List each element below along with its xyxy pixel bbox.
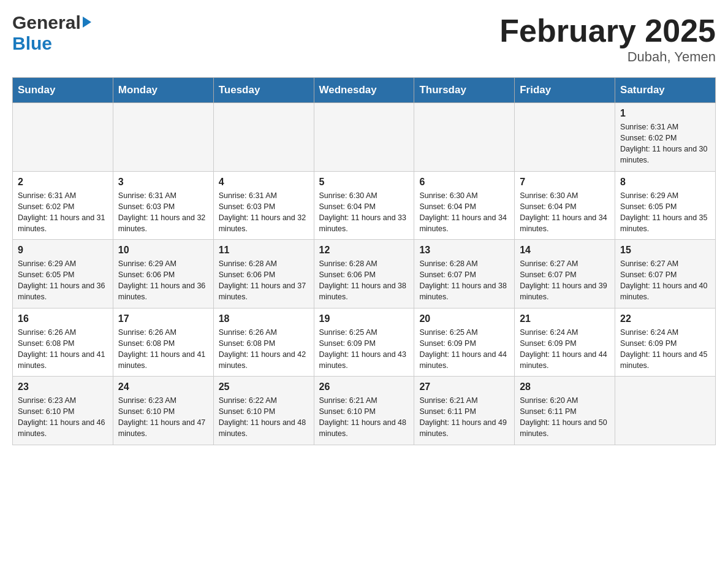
calendar-cell: 1Sunrise: 6:31 AM Sunset: 6:02 PM Daylig…: [615, 103, 716, 172]
day-sun-info: Sunrise: 6:24 AM Sunset: 6:09 PM Dayligh…: [520, 327, 610, 372]
calendar-cell: 16Sunrise: 6:26 AM Sunset: 6:08 PM Dayli…: [13, 308, 113, 377]
day-number: 13: [419, 245, 509, 256]
calendar-cell: 26Sunrise: 6:21 AM Sunset: 6:10 PM Dayli…: [314, 377, 414, 445]
day-number: 9: [18, 245, 108, 256]
calendar-subtitle: Dubah, Yemen: [499, 49, 716, 65]
day-sun-info: Sunrise: 6:28 AM Sunset: 6:06 PM Dayligh…: [319, 258, 409, 303]
calendar-cell: [113, 103, 213, 172]
calendar-header-row: Sunday Monday Tuesday Wednesday Thursday…: [13, 78, 716, 103]
calendar-cell: [314, 103, 414, 172]
day-sun-info: Sunrise: 6:28 AM Sunset: 6:06 PM Dayligh…: [219, 258, 309, 303]
calendar-cell: 23Sunrise: 6:23 AM Sunset: 6:10 PM Dayli…: [13, 377, 113, 445]
calendar-week-row: 16Sunrise: 6:26 AM Sunset: 6:08 PM Dayli…: [13, 308, 716, 377]
col-wednesday: Wednesday: [314, 78, 414, 103]
day-number: 11: [219, 245, 309, 256]
day-sun-info: Sunrise: 6:31 AM Sunset: 6:03 PM Dayligh…: [118, 190, 208, 235]
calendar-cell: 24Sunrise: 6:23 AM Sunset: 6:10 PM Dayli…: [113, 377, 213, 445]
day-number: 3: [118, 177, 208, 188]
day-sun-info: Sunrise: 6:27 AM Sunset: 6:07 PM Dayligh…: [620, 258, 710, 303]
day-sun-info: Sunrise: 6:21 AM Sunset: 6:11 PM Dayligh…: [419, 395, 509, 440]
calendar-cell: 7Sunrise: 6:30 AM Sunset: 6:04 PM Daylig…: [515, 171, 615, 240]
day-number: 7: [520, 177, 610, 188]
day-number: 17: [118, 313, 208, 324]
logo-blue-text: Blue: [12, 33, 52, 53]
calendar-week-row: 1Sunrise: 6:31 AM Sunset: 6:02 PM Daylig…: [13, 103, 716, 172]
calendar-cell: 5Sunrise: 6:30 AM Sunset: 6:04 PM Daylig…: [314, 171, 414, 240]
day-sun-info: Sunrise: 6:22 AM Sunset: 6:10 PM Dayligh…: [219, 395, 309, 440]
calendar-cell: 9Sunrise: 6:29 AM Sunset: 6:05 PM Daylig…: [13, 240, 113, 308]
day-number: 15: [620, 245, 710, 256]
col-sunday: Sunday: [13, 78, 113, 103]
calendar-cell: 18Sunrise: 6:26 AM Sunset: 6:08 PM Dayli…: [213, 308, 314, 377]
day-number: 28: [520, 381, 610, 393]
col-friday: Friday: [515, 78, 615, 103]
calendar-week-row: 23Sunrise: 6:23 AM Sunset: 6:10 PM Dayli…: [13, 377, 716, 445]
day-sun-info: Sunrise: 6:29 AM Sunset: 6:05 PM Dayligh…: [620, 190, 710, 235]
day-sun-info: Sunrise: 6:25 AM Sunset: 6:09 PM Dayligh…: [419, 327, 509, 372]
col-thursday: Thursday: [414, 78, 515, 103]
calendar-title: February 2025: [499, 12, 716, 49]
calendar-cell: 17Sunrise: 6:26 AM Sunset: 6:08 PM Dayli…: [113, 308, 213, 377]
day-number: 26: [319, 381, 409, 393]
day-sun-info: Sunrise: 6:25 AM Sunset: 6:09 PM Dayligh…: [319, 327, 409, 372]
day-sun-info: Sunrise: 6:31 AM Sunset: 6:03 PM Dayligh…: [219, 190, 309, 235]
calendar-cell: 2Sunrise: 6:31 AM Sunset: 6:02 PM Daylig…: [13, 171, 113, 240]
calendar-week-row: 9Sunrise: 6:29 AM Sunset: 6:05 PM Daylig…: [13, 240, 716, 308]
day-number: 5: [319, 177, 409, 188]
day-number: 16: [18, 313, 108, 324]
day-number: 4: [219, 177, 309, 188]
day-sun-info: Sunrise: 6:29 AM Sunset: 6:06 PM Dayligh…: [118, 258, 208, 303]
day-number: 23: [18, 381, 108, 393]
calendar-cell: 20Sunrise: 6:25 AM Sunset: 6:09 PM Dayli…: [414, 308, 515, 377]
calendar-cell: 4Sunrise: 6:31 AM Sunset: 6:03 PM Daylig…: [213, 171, 314, 240]
day-number: 10: [118, 245, 208, 256]
day-number: 1: [620, 108, 710, 119]
calendar-cell: 27Sunrise: 6:21 AM Sunset: 6:11 PM Dayli…: [414, 377, 515, 445]
calendar-cell: 21Sunrise: 6:24 AM Sunset: 6:09 PM Dayli…: [515, 308, 615, 377]
day-number: 24: [118, 381, 208, 393]
calendar-cell: 12Sunrise: 6:28 AM Sunset: 6:06 PM Dayli…: [314, 240, 414, 308]
day-number: 2: [18, 177, 108, 188]
day-sun-info: Sunrise: 6:27 AM Sunset: 6:07 PM Dayligh…: [520, 258, 610, 303]
day-sun-info: Sunrise: 6:24 AM Sunset: 6:09 PM Dayligh…: [620, 327, 710, 372]
calendar-cell: 10Sunrise: 6:29 AM Sunset: 6:06 PM Dayli…: [113, 240, 213, 308]
day-sun-info: Sunrise: 6:31 AM Sunset: 6:02 PM Dayligh…: [18, 190, 108, 235]
calendar-cell: 11Sunrise: 6:28 AM Sunset: 6:06 PM Dayli…: [213, 240, 314, 308]
col-tuesday: Tuesday: [213, 78, 314, 103]
title-block: February 2025 Dubah, Yemen: [499, 12, 716, 65]
logo-general-text: General: [12, 12, 81, 33]
day-number: 19: [319, 313, 409, 324]
day-number: 8: [620, 177, 710, 188]
calendar-cell: 22Sunrise: 6:24 AM Sunset: 6:09 PM Dayli…: [615, 308, 716, 377]
day-number: 18: [219, 313, 309, 324]
logo-triangle-icon: [83, 17, 91, 28]
day-sun-info: Sunrise: 6:29 AM Sunset: 6:05 PM Dayligh…: [18, 258, 108, 303]
calendar-cell: [213, 103, 314, 172]
col-saturday: Saturday: [615, 78, 716, 103]
calendar-cell: [414, 103, 515, 172]
day-sun-info: Sunrise: 6:26 AM Sunset: 6:08 PM Dayligh…: [118, 327, 208, 372]
calendar-cell: 14Sunrise: 6:27 AM Sunset: 6:07 PM Dayli…: [515, 240, 615, 308]
day-sun-info: Sunrise: 6:26 AM Sunset: 6:08 PM Dayligh…: [219, 327, 309, 372]
calendar-week-row: 2Sunrise: 6:31 AM Sunset: 6:02 PM Daylig…: [13, 171, 716, 240]
day-number: 25: [219, 381, 309, 393]
day-sun-info: Sunrise: 6:31 AM Sunset: 6:02 PM Dayligh…: [620, 121, 710, 166]
day-sun-info: Sunrise: 6:26 AM Sunset: 6:08 PM Dayligh…: [18, 327, 108, 372]
calendar-cell: 25Sunrise: 6:22 AM Sunset: 6:10 PM Dayli…: [213, 377, 314, 445]
calendar-cell: [515, 103, 615, 172]
calendar-cell: 13Sunrise: 6:28 AM Sunset: 6:07 PM Dayli…: [414, 240, 515, 308]
day-number: 6: [419, 177, 509, 188]
day-sun-info: Sunrise: 6:30 AM Sunset: 6:04 PM Dayligh…: [319, 190, 409, 235]
day-number: 22: [620, 313, 710, 324]
page-header: General Blue February 2025 Dubah, Yemen: [12, 12, 716, 65]
calendar-cell: 28Sunrise: 6:20 AM Sunset: 6:11 PM Dayli…: [515, 377, 615, 445]
day-sun-info: Sunrise: 6:23 AM Sunset: 6:10 PM Dayligh…: [118, 395, 208, 440]
logo: General Blue: [12, 12, 92, 54]
day-sun-info: Sunrise: 6:30 AM Sunset: 6:04 PM Dayligh…: [520, 190, 610, 235]
calendar-cell: 6Sunrise: 6:30 AM Sunset: 6:04 PM Daylig…: [414, 171, 515, 240]
calendar-cell: 3Sunrise: 6:31 AM Sunset: 6:03 PM Daylig…: [113, 171, 213, 240]
day-sun-info: Sunrise: 6:21 AM Sunset: 6:10 PM Dayligh…: [319, 395, 409, 440]
day-number: 20: [419, 313, 509, 324]
calendar-cell: 15Sunrise: 6:27 AM Sunset: 6:07 PM Dayli…: [615, 240, 716, 308]
day-number: 14: [520, 245, 610, 256]
